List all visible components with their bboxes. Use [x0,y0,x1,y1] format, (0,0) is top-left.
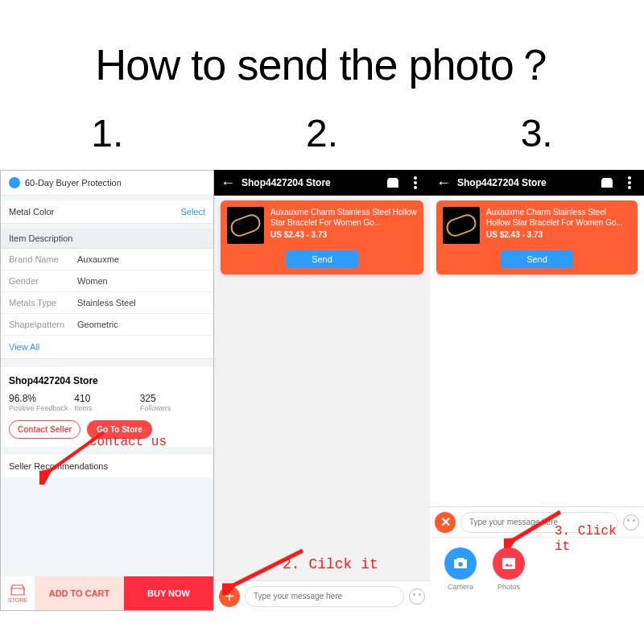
product-card: Auxauxme Charm Stainless Steel Hollow St… [436,200,638,275]
select-link[interactable]: Select [180,207,205,217]
view-all-link[interactable]: View All [1,336,213,359]
chat-screen-step3: ← Shop4427204 Store Auxauxme Charm Stain… [430,170,644,611]
step-numbers: 1. 2. 3. [0,111,644,155]
product-price: US $2.43 - 3.73 [486,229,631,240]
chat-appbar: ← Shop4427204 Store [430,170,644,196]
chat-screen-step2: ← Shop4427204 Store Auxauxme Charm Stain… [214,170,430,611]
svg-point-4 [628,181,631,184]
annotation-contact-us: contact us [89,435,167,450]
product-thumbnail[interactable] [443,207,480,244]
page-title: How to send the photo？ [0,36,644,95]
photos-label: Photos [493,583,525,591]
camera-option[interactable]: Camera [444,547,477,591]
message-input[interactable] [245,586,404,607]
spec-row: Brand NameAuxauxme [1,249,213,270]
shield-icon [9,177,20,188]
product-thumbnail[interactable] [227,207,264,244]
title-text: How to send the photo [95,40,513,89]
question-mark: ？ [514,40,549,89]
product-price: US $2.43 - 3.73 [270,229,417,240]
camera-label: Camera [444,583,477,591]
product-title: Auxauxme Charm Stainless Steel Hollow St… [486,207,631,228]
chat-input-bar: + [214,580,430,611]
buy-now-button[interactable]: BUY NOW [124,576,213,610]
product-card: Auxauxme Charm Stainless Steel Hollow St… [221,200,423,275]
svg-point-3 [628,176,631,180]
camera-icon [444,547,477,580]
close-attach-button[interactable]: ✕ [435,512,456,533]
seller-recommendations-header: Seller Recommendations [1,447,213,477]
metal-color-label: Metal Color [9,207,54,217]
svg-rect-7 [502,558,515,569]
more-icon[interactable] [621,175,638,191]
store-name[interactable]: Shop4427204 Store [9,375,205,386]
annotation-click-plus: 2. Cilck it [283,556,378,574]
svg-point-0 [414,176,417,180]
emoji-icon[interactable] [409,588,425,605]
svg-point-2 [414,186,417,189]
storefront-icon[interactable] [385,175,401,191]
buyer-protection-row[interactable]: 60-Day Buyer Protection [1,171,213,196]
contact-seller-button[interactable]: Contact Seller [9,420,80,439]
store-icon [10,584,25,596]
step-2: 2. [215,111,430,155]
store-tab[interactable]: STORE [1,576,35,610]
photos-icon [493,547,525,580]
svg-point-1 [414,181,417,184]
svg-point-5 [628,186,631,189]
svg-point-6 [458,562,464,568]
more-icon[interactable] [407,175,423,191]
spec-row: GenderWomen [1,270,213,292]
send-product-button[interactable]: Send [501,250,573,268]
storefront-icon[interactable] [599,175,615,191]
back-icon[interactable]: ← [221,175,235,192]
bottom-bar: STORE ADD TO CART BUY NOW [1,576,213,610]
photos-option[interactable]: Photos [493,547,525,591]
chat-appbar: ← Shop4427204 Store [214,170,430,196]
product-title: Auxauxme Charm Stainless Steel Hollow St… [270,207,417,228]
item-description-header: Item Description [1,229,213,249]
plus-button[interactable]: + [219,586,240,607]
spec-row: Shape\patternGeometric [1,314,213,336]
send-product-button[interactable]: Send [286,250,358,268]
step-1: 1. [0,111,215,155]
buyer-protection-text: 60-Day Buyer Protection [25,178,122,188]
back-icon[interactable]: ← [436,175,451,192]
product-page-screenshot: 60-Day Buyer Protection Metal Color Sele… [0,170,214,611]
step-3: 3. [429,111,644,155]
annotation-click-photos: 3. Click it [555,524,635,555]
add-to-cart-button[interactable]: ADD TO CART [35,576,124,610]
metal-color-row[interactable]: Metal Color Select [1,200,213,224]
chat-title: Shop4427204 Store [457,177,592,188]
spec-row: Metals TypeStainless Steel [1,292,213,314]
chat-title: Shop4427204 Store [242,177,378,188]
